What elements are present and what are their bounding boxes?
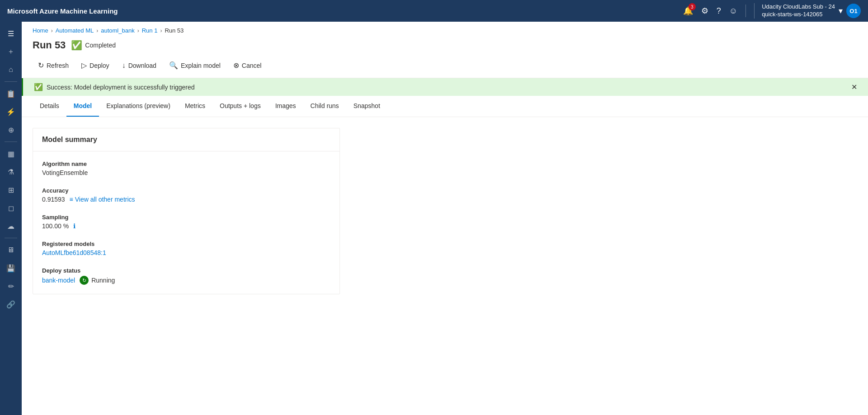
tab-explanations[interactable]: Explanations (preview) xyxy=(99,96,178,117)
breadcrumb-sep-1: › xyxy=(51,28,53,34)
download-button[interactable]: ↓ Download xyxy=(117,59,162,72)
tab-outputs-logs[interactable]: Outputs + logs xyxy=(212,96,268,117)
sampling-value: 100.00 % ℹ xyxy=(42,222,330,230)
deploy-status-label: Deploy status xyxy=(42,267,330,274)
sidebar-server-icon[interactable]: ▦ xyxy=(2,146,20,162)
user-subscription: Udacity CloudLabs Sub - 24 xyxy=(762,3,835,11)
page-header: Run 53 ✅ Completed xyxy=(22,38,868,57)
tabs: Details Model Explanations (preview) Met… xyxy=(22,96,868,117)
success-banner: ✅ Success: Model deployment is successfu… xyxy=(22,78,868,96)
sidebar-link-icon[interactable]: 🔗 xyxy=(2,296,20,312)
page-title: Run 53 xyxy=(33,39,66,51)
download-icon: ↓ xyxy=(122,61,126,70)
sidebar-cloud-icon[interactable]: ☁ xyxy=(2,218,20,234)
user-info: Udacity CloudLabs Sub - 24 quick-starts-… xyxy=(762,3,835,19)
status-badge: ✅ Completed xyxy=(71,40,116,51)
sidebar-clipboard-icon[interactable]: 📋 xyxy=(2,85,20,102)
tab-images[interactable]: Images xyxy=(268,96,303,117)
breadcrumb-run1[interactable]: Run 1 xyxy=(142,27,158,34)
user-workspace: quick-starts-ws-142065 xyxy=(762,11,835,19)
notification-badge: 3 xyxy=(689,3,696,10)
tab-details[interactable]: Details xyxy=(33,96,66,117)
completed-icon: ✅ xyxy=(71,40,82,51)
status-text: Completed xyxy=(85,42,116,49)
refresh-button[interactable]: ↻ Refresh xyxy=(33,58,74,72)
breadcrumb-automl-bank[interactable]: automl_bank xyxy=(101,27,134,34)
banner-close-button[interactable]: ✕ xyxy=(851,83,857,91)
refresh-icon: ↻ xyxy=(38,61,44,70)
deploy-model-link[interactable]: bank-model xyxy=(42,277,75,284)
breadcrumb-automated-ml[interactable]: Automated ML xyxy=(56,27,94,34)
sidebar-flask-icon[interactable]: ⚗ xyxy=(2,164,20,180)
deploy-status-value: bank-model ↻ Running xyxy=(42,276,330,285)
model-summary-body: Algorithm name VotingEnsemble Accuracy 0… xyxy=(33,151,340,294)
cancel-icon: ⊗ xyxy=(233,61,239,70)
tab-model[interactable]: Model xyxy=(66,96,99,117)
feedback-button[interactable]: ☺ xyxy=(729,6,737,16)
top-bar-left: Microsoft Azure Machine Learning xyxy=(7,7,118,15)
sidebar-network-icon[interactable]: ⊕ xyxy=(2,122,20,138)
registered-model-link[interactable]: AutoMLfbe61d08548:1 xyxy=(42,249,106,256)
main-layout: ☰ ＋ ⌂ 📋 ⚡ ⊕ ▦ ⚗ ⊞ ◻ ☁ 🖥 💾 ✏ 🔗 Home › Aut… xyxy=(0,22,868,415)
view-metrics-label: View all other metrics xyxy=(75,196,135,203)
sidebar: ☰ ＋ ⌂ 📋 ⚡ ⊕ ▦ ⚗ ⊞ ◻ ☁ 🖥 💾 ✏ 🔗 xyxy=(0,22,22,415)
sidebar-edit-icon[interactable]: ✏ xyxy=(2,278,20,294)
sidebar-lightning-icon[interactable]: ⚡ xyxy=(2,104,20,120)
app-brand: Microsoft Azure Machine Learning xyxy=(7,7,118,15)
sidebar-database-icon[interactable]: 💾 xyxy=(2,260,20,276)
cancel-button[interactable]: ⊗ Cancel xyxy=(228,58,267,72)
explain-icon: 🔍 xyxy=(169,61,178,70)
registered-models-label: Registered models xyxy=(42,241,330,247)
refresh-label: Refresh xyxy=(47,62,69,69)
sampling-info-icon[interactable]: ℹ xyxy=(73,222,75,230)
success-message: Success: Model deployment is successfull… xyxy=(47,84,195,91)
tab-snapshot[interactable]: Snapshot xyxy=(346,96,387,117)
model-summary-title: Model summary xyxy=(33,128,340,151)
sidebar-cube-icon[interactable]: ◻ xyxy=(2,200,20,216)
top-bar-divider xyxy=(745,5,746,17)
sidebar-pipeline-icon[interactable]: ⊞ xyxy=(2,182,20,198)
algorithm-value-text: VotingEnsemble xyxy=(42,169,88,176)
settings-button[interactable]: ⚙ xyxy=(701,6,708,16)
notification-button[interactable]: 🔔 3 xyxy=(683,6,693,16)
sidebar-menu-icon[interactable]: ☰ xyxy=(2,25,20,42)
top-bar: Microsoft Azure Machine Learning 🔔 3 ⚙ ?… xyxy=(0,0,868,22)
toolbar: ↻ Refresh ▷ Deploy ↓ Download 🔍 Explain … xyxy=(22,57,868,78)
tab-child-runs[interactable]: Child runs xyxy=(303,96,346,117)
breadcrumb-sep-3: › xyxy=(137,28,139,34)
sampling-row: Sampling 100.00 % ℹ xyxy=(42,214,330,230)
breadcrumb-sep-4: › xyxy=(160,28,162,34)
algorithm-row: Algorithm name VotingEnsemble xyxy=(42,160,330,176)
user-section[interactable]: Udacity CloudLabs Sub - 24 quick-starts-… xyxy=(754,3,861,19)
breadcrumb: Home › Automated ML › automl_bank › Run … xyxy=(22,22,868,38)
metrics-list-icon: ≡ xyxy=(70,196,73,203)
deploy-status-row: Deploy status bank-model ↻ Running xyxy=(42,267,330,285)
accuracy-row: Accuracy 0.91593 ≡ View all other metric… xyxy=(42,187,330,203)
sidebar-monitor-icon[interactable]: 🖥 xyxy=(2,242,20,258)
sampling-label: Sampling xyxy=(42,214,330,221)
breadcrumb-home[interactable]: Home xyxy=(33,27,48,34)
sidebar-divider-3 xyxy=(5,238,17,238)
sidebar-home-icon[interactable]: ⌂ xyxy=(2,61,20,78)
cancel-label: Cancel xyxy=(242,62,262,69)
success-icon: ✅ xyxy=(34,83,43,91)
download-label: Download xyxy=(128,62,156,69)
explain-label: Explain model xyxy=(181,62,221,69)
tab-metrics[interactable]: Metrics xyxy=(178,96,212,117)
explain-model-button[interactable]: 🔍 Explain model xyxy=(164,58,226,72)
view-all-metrics-link[interactable]: ≡ View all other metrics xyxy=(70,196,135,203)
accuracy-value: 0.91593 ≡ View all other metrics xyxy=(42,196,330,203)
top-bar-right: 🔔 3 ⚙ ? ☺ Udacity CloudLabs Sub - 24 qui… xyxy=(683,3,861,19)
accuracy-label: Accuracy xyxy=(42,187,330,194)
running-badge: ↻ Running xyxy=(80,276,115,285)
deploy-label: Deploy xyxy=(90,62,109,69)
registered-models-row: Registered models AutoMLfbe61d08548:1 xyxy=(42,241,330,256)
sidebar-plus-icon[interactable]: ＋ xyxy=(2,43,20,60)
registered-models-value: AutoMLfbe61d08548:1 xyxy=(42,249,330,256)
user-dropdown-chevron[interactable]: ▾ xyxy=(839,6,843,16)
deploy-button[interactable]: ▷ Deploy xyxy=(76,58,115,72)
help-button[interactable]: ? xyxy=(717,6,721,16)
breadcrumb-sep-2: › xyxy=(96,28,98,34)
breadcrumb-current: Run 53 xyxy=(165,27,184,34)
model-summary-section: Model summary Algorithm name VotingEnsem… xyxy=(22,117,868,305)
